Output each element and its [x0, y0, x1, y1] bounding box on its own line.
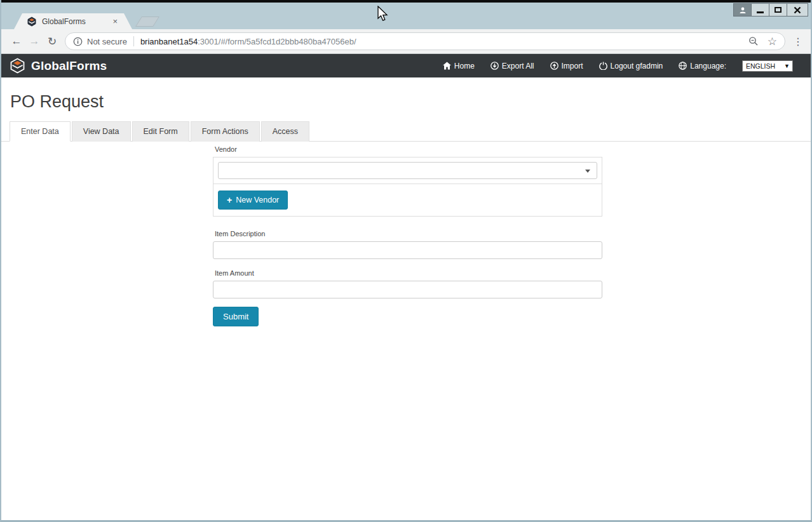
- minimize-button[interactable]: [751, 3, 769, 17]
- forward-button[interactable]: →: [25, 35, 43, 48]
- address-separator: [133, 36, 134, 46]
- browser-menu-icon[interactable]: ⋮: [792, 36, 804, 48]
- reload-button[interactable]: ↻: [43, 35, 61, 48]
- window-controls: [734, 3, 808, 17]
- plus-icon: +: [227, 196, 232, 204]
- submit-button-label: Submit: [223, 312, 248, 321]
- tab-view-data[interactable]: View Data: [72, 121, 131, 142]
- address-bar[interactable]: Not secure brianbanet1a54:3001/#/form/5a…: [65, 32, 785, 50]
- home-icon: [443, 62, 451, 70]
- favicon-globalforms-icon: [27, 17, 37, 27]
- submit-row: Submit: [213, 307, 602, 326]
- globalforms-logo-icon: [10, 58, 25, 74]
- bookmark-star-icon[interactable]: ☆: [768, 35, 777, 48]
- nav-item-logout[interactable]: Logout gfadmin: [599, 62, 663, 70]
- nav-item-export-all[interactable]: Export All: [491, 62, 534, 70]
- language-select[interactable]: ENGLISH ▼: [742, 60, 793, 72]
- export-icon: [491, 62, 499, 70]
- language-selected-value: ENGLISH: [746, 62, 775, 70]
- browser-toolbar: ← → ↻ Not secure brianbanet1a54:3001/#/f…: [1, 29, 811, 54]
- nav-menu: Home Export All Import: [443, 60, 793, 72]
- url-host-text[interactable]: brianbanet1a54: [140, 37, 198, 46]
- nav-item-import[interactable]: Import: [550, 62, 583, 70]
- browser-profile-button[interactable]: [733, 3, 752, 17]
- vendor-button-row: + New Vendor: [213, 184, 602, 216]
- import-icon: [550, 62, 558, 70]
- reload-icon: ↻: [48, 36, 57, 48]
- submit-button[interactable]: Submit: [213, 307, 259, 326]
- zoom-icon[interactable]: [748, 36, 759, 46]
- nav-item-label: Logout gfadmin: [611, 62, 663, 70]
- browser-tab[interactable]: GlobalForms ×: [14, 13, 132, 29]
- back-icon: ←: [11, 35, 22, 47]
- vendor-panel: + New Vendor: [213, 157, 602, 217]
- dropdown-caret-icon: [585, 170, 590, 173]
- item-description-label: Item Description: [215, 230, 602, 238]
- tab-edit-form[interactable]: Edit Form: [132, 121, 189, 142]
- url-path-text[interactable]: :3001/#/form/5a5fcd1d2bbb480ba47056eb/: [198, 37, 356, 46]
- vendor-select[interactable]: [218, 162, 597, 179]
- new-tab-button[interactable]: [135, 17, 159, 27]
- close-button[interactable]: [787, 3, 808, 17]
- nav-item-label: Language:: [690, 62, 726, 70]
- tab-form-actions[interactable]: Form Actions: [191, 121, 260, 142]
- select-caret-icon: ▼: [784, 63, 790, 69]
- item-description-input[interactable]: [213, 241, 602, 259]
- new-vendor-button[interactable]: + New Vendor: [218, 191, 288, 210]
- item-amount-group: Item Amount: [213, 269, 602, 298]
- globe-icon: [679, 62, 687, 70]
- app-navbar: GlobalForms Home Export All: [1, 54, 811, 77]
- page-title: PO Request: [10, 92, 811, 112]
- tab-title: GlobalForms: [42, 17, 111, 26]
- maximize-icon: [775, 7, 782, 13]
- back-button[interactable]: ←: [8, 35, 25, 48]
- tab-close-icon[interactable]: ×: [111, 17, 119, 26]
- vendor-select-row: [213, 157, 602, 184]
- forward-icon: →: [29, 35, 40, 47]
- minimize-icon: [757, 11, 764, 13]
- form-tabs: Enter Data View Data Edit Form Form Acti…: [1, 121, 811, 142]
- tab-enter-data[interactable]: Enter Data: [10, 121, 71, 142]
- browser-titlebar: GlobalForms ×: [1, 3, 811, 29]
- profile-icon: [739, 6, 747, 14]
- browser-window: GlobalForms ×: [0, 0, 812, 522]
- nav-item-home[interactable]: Home: [443, 62, 475, 70]
- item-amount-input[interactable]: [213, 281, 602, 298]
- nav-item-label: Export All: [502, 62, 534, 70]
- nav-item-language: Language:: [679, 62, 726, 70]
- brand[interactable]: GlobalForms: [10, 58, 107, 74]
- close-icon: [794, 6, 801, 14]
- nav-item-label: Home: [454, 62, 475, 70]
- security-status[interactable]: Not secure: [87, 37, 127, 46]
- logout-power-icon: [599, 62, 607, 70]
- brand-name: GlobalForms: [31, 59, 107, 73]
- new-vendor-button-label: New Vendor: [236, 196, 279, 204]
- page-content: PO Request Enter Data View Data Edit For…: [1, 92, 811, 326]
- po-request-form: Vendor + New Vendor Item Description: [213, 145, 602, 326]
- item-description-group: Item Description: [213, 230, 602, 259]
- mouse-cursor: [377, 6, 389, 23]
- info-icon[interactable]: [73, 37, 83, 46]
- item-amount-label: Item Amount: [215, 269, 602, 277]
- maximize-button[interactable]: [769, 3, 787, 17]
- vendor-label: Vendor: [215, 145, 602, 153]
- nav-item-label: Import: [562, 62, 583, 70]
- tab-access[interactable]: Access: [261, 121, 309, 142]
